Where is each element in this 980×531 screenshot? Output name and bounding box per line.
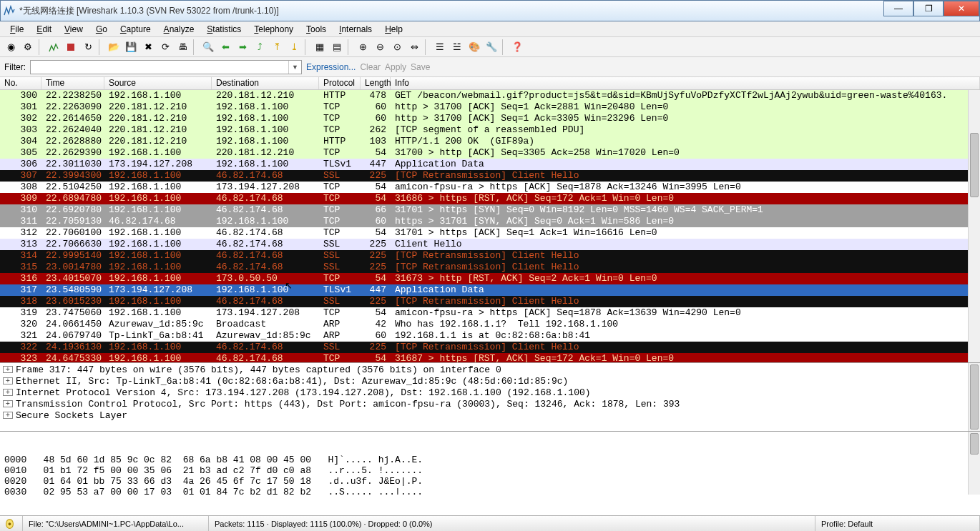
col-no[interactable]: No. [0, 77, 41, 89]
table-row[interactable]: 31322.7066630192.168.1.10046.82.174.68SS… [0, 239, 980, 250]
table-row[interactable]: 30922.6894780192.168.1.10046.82.174.68TC… [0, 193, 980, 204]
expand-icon[interactable]: + [3, 412, 13, 419]
find-icon[interactable]: 🔍 [200, 39, 216, 55]
table-row[interactable]: 31422.9995140192.168.1.10046.82.174.68SS… [0, 250, 980, 262]
table-row[interactable]: 31923.7475060192.168.1.100173.194.127.20… [0, 307, 980, 319]
zoom-100-icon[interactable]: ⊙ [389, 39, 405, 55]
save-file-icon[interactable]: 💾 [123, 39, 139, 55]
display-filters-icon[interactable]: ☱ [449, 39, 465, 55]
hex-line[interactable]: 0030 02 95 53 a7 00 00 17 03 01 01 84 7c… [4, 487, 976, 495]
resize-columns-icon[interactable]: ⇔ [406, 39, 422, 55]
packet-list[interactable]: 30022.2238250192.168.1.100220.181.12.210… [0, 90, 980, 363]
go-to-packet-icon[interactable]: ⤴ [252, 39, 268, 55]
packet-scrollbar[interactable] [968, 90, 980, 362]
start-capture-icon[interactable] [46, 39, 62, 55]
table-row[interactable]: 30122.2263090220.181.12.210192.168.1.100… [0, 101, 980, 113]
menu-view[interactable]: View [59, 23, 89, 36]
table-row[interactable]: 32024.0661450Azurewav_1d:85:9cBroadcastA… [0, 319, 980, 330]
colorize-icon[interactable]: ▦ [312, 39, 328, 55]
table-row[interactable]: 30622.3011030173.194.127.208192.168.1.10… [0, 159, 980, 170]
menu-telephony[interactable]: Telephony [248, 23, 299, 36]
table-row[interactable]: 31122.705913046.82.174.68192.168.1.100TC… [0, 216, 980, 227]
minimize-button[interactable]: — [883, 1, 913, 16]
status-profile[interactable]: Profile: Default [815, 516, 980, 531]
options-icon[interactable]: ⚙ [20, 39, 36, 55]
table-row[interactable]: 30022.2238250192.168.1.100220.181.12.210… [0, 90, 980, 101]
table-row[interactable]: 31022.6920780192.168.1.10046.82.174.68TC… [0, 204, 980, 216]
table-row[interactable]: 32124.0679740Tp-LinkT_6a:b8:41Azurewav_1… [0, 330, 980, 342]
filter-dropdown-icon[interactable]: ▼ [288, 61, 301, 74]
hex-line[interactable]: 0020 01 64 01 bb 75 33 66 d3 4a 26 45 6f… [4, 476, 976, 487]
table-row[interactable]: 30822.5104250192.168.1.100173.194.127.20… [0, 182, 980, 193]
coloring-rules-icon[interactable]: 🎨 [466, 39, 482, 55]
go-back-icon[interactable]: ⬅ [217, 39, 233, 55]
menu-go[interactable]: Go [90, 23, 113, 36]
table-row[interactable]: 30722.3994300192.168.1.10046.82.174.68SS… [0, 170, 980, 182]
filter-input[interactable] [31, 62, 288, 72]
col-time[interactable]: Time [41, 77, 104, 89]
maximize-button[interactable]: ❐ [913, 1, 944, 16]
go-forward-icon[interactable]: ➡ [235, 39, 250, 55]
table-row[interactable]: 30522.2629390192.168.1.100220.181.12.210… [0, 147, 980, 159]
expand-icon[interactable]: + [3, 377, 13, 384]
table-row[interactable]: 31623.4015070192.168.1.100173.0.50.50TCP… [0, 273, 980, 284]
menu-statistics[interactable]: Statistics [201, 23, 247, 36]
hex-line[interactable]: 0000 48 5d 60 1d 85 9c 0c 82 68 6a b8 41… [4, 455, 976, 465]
capture-filters-icon[interactable]: ☰ [432, 39, 448, 55]
save-button[interactable]: Save [411, 62, 430, 72]
expand-icon[interactable]: + [3, 389, 13, 396]
table-row[interactable]: 30322.2624040220.181.12.210192.168.1.100… [0, 124, 980, 136]
table-row[interactable]: 31222.7060100192.168.1.10046.82.174.68TC… [0, 227, 980, 239]
apply-button[interactable]: Apply [385, 62, 406, 72]
table-row[interactable]: 30222.2614650220.181.12.210192.168.1.100… [0, 113, 980, 124]
hex-line[interactable]: 0010 01 b1 72 f5 00 00 35 06 21 b3 ad c2… [4, 465, 976, 476]
close-file-icon[interactable]: ✖ [140, 39, 156, 55]
detail-line[interactable]: +Frame 317: 447 bytes on wire (3576 bits… [3, 364, 977, 376]
expand-icon[interactable]: + [3, 366, 13, 373]
print-icon[interactable]: 🖶 [175, 39, 190, 55]
zoom-out-icon[interactable]: ⊖ [372, 39, 388, 55]
col-dst[interactable]: Destination [212, 77, 319, 89]
table-row[interactable]: 31723.5480590173.194.127.208192.168.1.10… [0, 284, 980, 296]
stop-capture-icon[interactable] [63, 39, 79, 55]
interfaces-icon[interactable]: ◉ [3, 39, 19, 55]
detail-line[interactable]: +Secure Sockets Layer [3, 410, 977, 422]
menu-internals[interactable]: Internals [333, 23, 378, 36]
clear-button[interactable]: Clear [360, 62, 381, 72]
expand-icon[interactable]: + [3, 400, 13, 407]
col-len[interactable]: Length [361, 77, 391, 89]
table-row[interactable]: 31523.0014780192.168.1.10046.82.174.68SS… [0, 262, 980, 273]
expression-button[interactable]: Expression... [306, 62, 356, 72]
go-last-icon[interactable]: ⤓ [286, 39, 302, 55]
restart-capture-icon[interactable]: ↻ [80, 39, 96, 55]
expert-info-icon[interactable]: ● [6, 519, 14, 529]
auto-scroll-icon[interactable]: ▤ [329, 39, 345, 55]
menu-file[interactable]: File [4, 23, 29, 36]
details-scrollbar[interactable] [968, 363, 980, 431]
packet-bytes-pane[interactable]: 0000 48 5d 60 1d 85 9c 0c 82 68 6a b8 41… [0, 432, 980, 495]
detail-line[interactable]: +Transmission Control Protocol, Src Port… [3, 399, 977, 410]
col-info[interactable]: Info [391, 77, 980, 89]
go-first-icon[interactable]: ⤒ [269, 39, 285, 55]
menu-capture[interactable]: Capture [114, 23, 157, 36]
reload-icon[interactable]: ⟳ [157, 39, 173, 55]
table-row[interactable]: 30422.2628880220.181.12.210192.168.1.100… [0, 136, 980, 147]
menu-edit[interactable]: Edit [31, 23, 57, 36]
menu-tools[interactable]: Tools [300, 23, 332, 36]
packet-list-header[interactable]: No. Time Source Destination Protocol Len… [0, 77, 980, 90]
detail-line[interactable]: +Internet Protocol Version 4, Src: 173.1… [3, 387, 977, 399]
col-src[interactable]: Source [104, 77, 212, 89]
close-button[interactable]: ✕ [944, 1, 979, 16]
filter-input-wrap[interactable]: ▼ [30, 60, 302, 74]
open-file-icon[interactable]: 📂 [106, 39, 122, 55]
detail-line[interactable]: +Ethernet II, Src: Tp-LinkT_6a:b8:41 (0c… [3, 376, 977, 387]
menu-help[interactable]: Help [379, 23, 408, 36]
hex-scrollbar[interactable] [968, 432, 980, 495]
packet-details-pane[interactable]: +Frame 317: 447 bytes on wire (3576 bits… [0, 363, 980, 432]
preferences-icon[interactable]: 🔧 [484, 39, 499, 55]
table-row[interactable]: 32224.1936130192.168.1.10046.82.174.68SS… [0, 342, 980, 353]
menu-analyze[interactable]: Analyze [158, 23, 200, 36]
help-icon[interactable]: ❓ [509, 39, 525, 55]
table-row[interactable]: 31823.6015230192.168.1.10046.82.174.68SS… [0, 296, 980, 307]
col-proto[interactable]: Protocol [319, 77, 361, 89]
